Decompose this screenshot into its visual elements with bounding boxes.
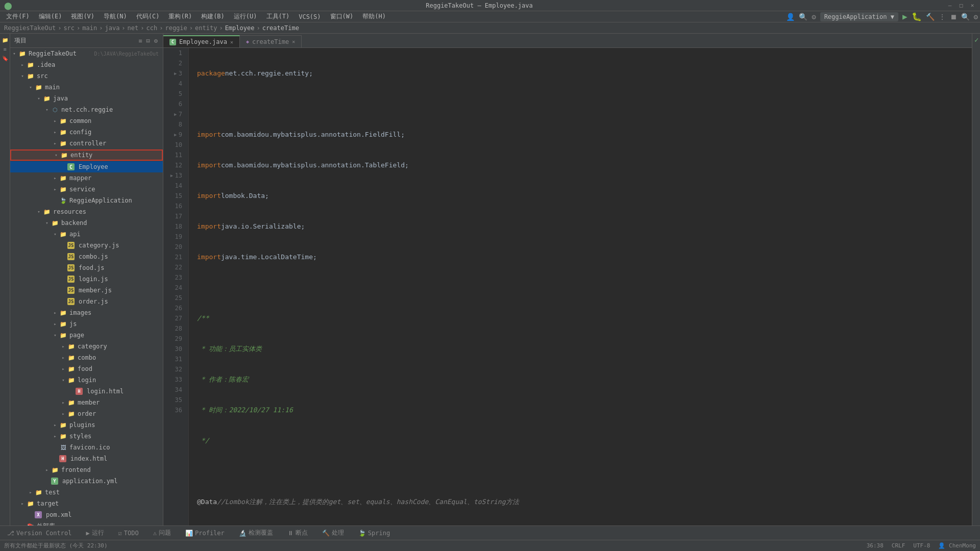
code-content[interactable]: package net.cch.reggie.entity; import co… xyxy=(189,48,972,525)
sidebar-item-controller[interactable]: ▸ 📁 controller xyxy=(10,138,163,149)
settings-gear-icon[interactable]: ⚙ xyxy=(974,13,978,21)
sidebar-item-index-html[interactable]: H index.html xyxy=(10,453,163,464)
sidebar-item-login-js[interactable]: JS login.js xyxy=(10,273,163,285)
stop-button[interactable]: ⏹ xyxy=(950,13,957,21)
breadcrumb-main[interactable]: main xyxy=(82,24,97,32)
breadcrumb-net[interactable]: net xyxy=(128,24,139,32)
debug-button[interactable]: 🐛 xyxy=(912,12,922,21)
maximize-button[interactable]: □ xyxy=(958,2,965,9)
sidebar-item-frontend[interactable]: ▸ 📁 frontend xyxy=(10,464,163,475)
tab-close-createtime[interactable]: ✕ xyxy=(292,39,295,44)
menu-window[interactable]: 窗口(W) xyxy=(326,11,358,22)
expand-arrow-common[interactable]: ▸ xyxy=(51,118,59,123)
sidebar-item-idea[interactable]: ▸ 📁 .idea xyxy=(10,59,163,70)
sidebar-item-mapper[interactable]: ▸ 📁 mapper xyxy=(10,172,163,184)
sidebar-item-resources[interactable]: ▾ 📁 resources xyxy=(10,206,163,217)
sidebar-item-application-yml[interactable]: Y application.yml xyxy=(10,475,163,487)
project-icon[interactable]: 📁 xyxy=(1,36,9,44)
status-encoding[interactable]: CRLF xyxy=(892,542,905,549)
sidebar-item-common[interactable]: ▸ 📁 common xyxy=(10,115,163,127)
todo-btn[interactable]: ☑ TODO xyxy=(115,529,142,538)
breadcrumb-src[interactable]: src xyxy=(63,24,75,32)
structure-icon[interactable]: ≡ xyxy=(1,45,9,53)
sidebar-item-backend[interactable]: ▾ 📁 backend xyxy=(10,217,163,229)
bookmark-icon[interactable]: 🔖 xyxy=(1,54,9,62)
menu-view[interactable]: 视图(V) xyxy=(67,11,99,22)
search-icon[interactable]: 🔍 xyxy=(961,13,970,21)
sidebar-item-member-folder[interactable]: ▸ 📁 member xyxy=(10,397,163,408)
sidebar-item-member-js[interactable]: JS member.js xyxy=(10,285,163,296)
more-actions[interactable]: ⋮ xyxy=(939,13,946,21)
close-button[interactable]: ✕ xyxy=(969,2,976,9)
breadcrumb-cch[interactable]: cch xyxy=(146,24,158,32)
search-everywhere-icon[interactable]: 🔍 xyxy=(799,13,807,21)
expand-arrow-java[interactable]: ▾ xyxy=(35,96,43,101)
sidebar-item-order-js[interactable]: JS order.js xyxy=(10,296,163,307)
sidebar-item-test[interactable]: ▸ 📁 test xyxy=(10,487,163,498)
problems-btn[interactable]: ⚠ 问题 xyxy=(150,528,174,538)
sidebar-collapse-btn[interactable]: ≡ xyxy=(137,36,143,45)
sidebar-item-project-root[interactable]: ▾ 📁 ReggieTakeOut D:\JAVA\ReggieTakeOut xyxy=(10,48,163,59)
build-button[interactable]: 🔨 xyxy=(926,13,935,21)
expand-arrow-backend[interactable]: ▾ xyxy=(43,220,51,226)
expand-arrow-main[interactable]: ▾ xyxy=(27,85,35,90)
menu-navigate[interactable]: 导航(N) xyxy=(100,11,131,22)
version-control-btn[interactable]: ⎇ Version Control xyxy=(4,529,75,538)
sidebar-item-combo-js[interactable]: JS combo.js xyxy=(10,251,163,262)
sidebar-item-js-folder[interactable]: ▸ 📁 js xyxy=(10,318,163,330)
menu-build[interactable]: 构建(B) xyxy=(197,11,229,22)
status-position[interactable]: 36:38 xyxy=(867,542,884,549)
breadcrumb-employee[interactable]: Employee xyxy=(225,24,255,32)
sidebar-item-category-js[interactable]: JS category.js xyxy=(10,240,163,251)
build-output-btn[interactable]: 🔨 处理 xyxy=(319,528,347,538)
sidebar-item-main[interactable]: ▾ 📁 main xyxy=(10,82,163,93)
sidebar-item-favicon[interactable]: 🖼 favicon.ico xyxy=(10,442,163,453)
expand-arrow-api[interactable]: ▾ xyxy=(51,232,59,237)
expand-arrow-idea[interactable]: ▸ xyxy=(18,62,27,67)
tab-employee-java[interactable]: C Employee.java ✕ xyxy=(163,35,240,47)
sidebar-item-styles[interactable]: ▸ 📁 styles xyxy=(10,431,163,442)
breakpoints-btn[interactable]: ⏸ 断点 xyxy=(284,528,311,538)
sidebar-expand-btn[interactable]: ⊟ xyxy=(145,36,151,45)
sidebar-item-employee[interactable]: C Employee xyxy=(10,161,163,172)
sidebar-item-combo-folder[interactable]: ▸ 📁 combo xyxy=(10,352,163,363)
expand-arrow-mapper[interactable]: ▸ xyxy=(51,176,59,181)
run-btn[interactable]: ▶ 运行 xyxy=(83,528,107,538)
menu-code[interactable]: 代码(C) xyxy=(132,11,164,22)
profiler-btn[interactable]: 📊 Profiler xyxy=(182,529,228,538)
expand-arrow-config[interactable]: ▸ xyxy=(51,130,59,135)
expand-arrow-package[interactable]: ▾ xyxy=(43,107,51,112)
sidebar-item-login-folder[interactable]: ▾ 📁 login xyxy=(10,374,163,386)
sidebar-item-java[interactable]: ▾ 📁 java xyxy=(10,93,163,104)
minimize-button[interactable]: — xyxy=(946,2,953,9)
run-button[interactable]: ▶ xyxy=(902,12,908,21)
sidebar-item-pom-xml[interactable]: X pom.xml xyxy=(10,509,163,520)
sidebar-item-plugins[interactable]: ▸ 📁 plugins xyxy=(10,419,163,431)
sidebar-item-page[interactable]: ▾ 📁 page xyxy=(10,330,163,341)
coverage-btn[interactable]: 🔬 检测覆盖 xyxy=(236,528,276,538)
sidebar-item-config[interactable]: ▸ 📁 config xyxy=(10,127,163,138)
sidebar-item-package[interactable]: ▾ ⬡ net.cch.reggie xyxy=(10,104,163,115)
expand-arrow-src[interactable]: ▾ xyxy=(18,73,27,79)
sidebar-item-target[interactable]: ▸ 📁 target xyxy=(10,498,163,509)
menu-refactor[interactable]: 重构(R) xyxy=(164,11,196,22)
expand-arrow-service[interactable]: ▸ xyxy=(51,187,59,192)
sidebar-item-food-folder[interactable]: ▸ 📁 food xyxy=(10,363,163,374)
menu-run[interactable]: 运行(U) xyxy=(230,11,261,22)
breadcrumb-java[interactable]: java xyxy=(105,24,119,32)
menu-file[interactable]: 文件(F) xyxy=(2,11,34,22)
tab-createtime[interactable]: ◆ createTime ✕ xyxy=(240,35,302,47)
expand-arrow-entity[interactable]: ▾ xyxy=(52,153,60,158)
breadcrumb-createtime[interactable]: createTime xyxy=(262,24,299,32)
sidebar-item-service[interactable]: ▸ 📁 service xyxy=(10,184,163,195)
status-charset[interactable]: UTF-8 xyxy=(913,542,930,549)
sidebar-item-ext-libs[interactable]: ▸ 📚 外部库 xyxy=(10,520,163,525)
sidebar-item-food-js[interactable]: JS food.js xyxy=(10,262,163,273)
sidebar-item-login-html[interactable]: H login.html xyxy=(10,386,163,397)
sidebar-item-order-folder[interactable]: ▸ 📁 order xyxy=(10,408,163,419)
code-editor[interactable]: 1 2 ▶3 4 5 6 ▶7 8 ▶9 10 11 12 ▶13 14 15 … xyxy=(163,48,972,525)
expand-arrow-resources[interactable]: ▾ xyxy=(35,209,43,214)
menu-edit[interactable]: 编辑(E) xyxy=(35,11,66,22)
sidebar-item-images[interactable]: ▸ 📁 images xyxy=(10,307,163,318)
spring-btn[interactable]: 🍃 Spring xyxy=(355,529,393,538)
